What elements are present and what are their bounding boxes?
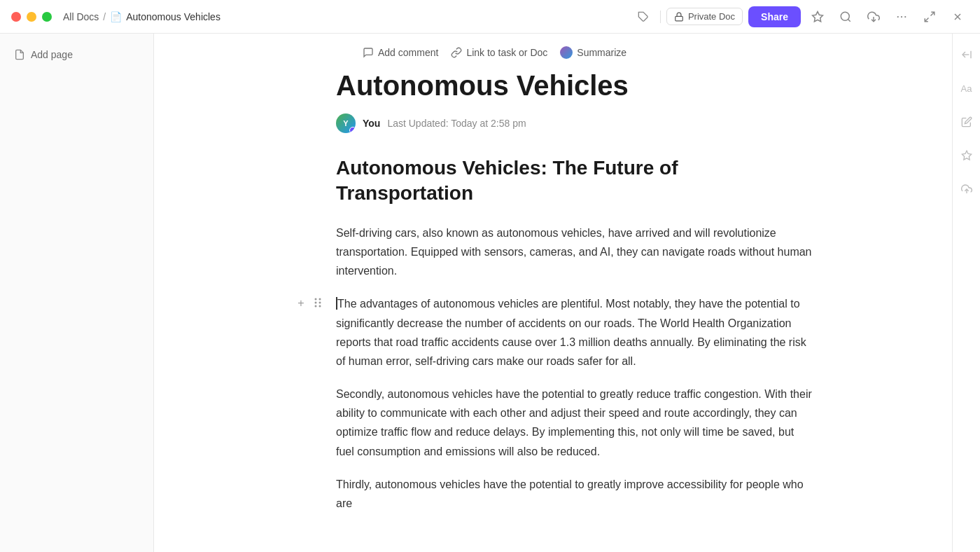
svg-point-17 (315, 305, 317, 308)
svg-line-10 (925, 18, 928, 21)
svg-point-13 (315, 298, 317, 301)
svg-point-3 (841, 12, 849, 20)
summarize-label: Summarize (577, 47, 626, 58)
svg-marker-2 (813, 11, 823, 21)
close-traffic-light[interactable] (11, 12, 21, 22)
download-button[interactable] (862, 6, 885, 28)
svg-point-6 (897, 15, 899, 17)
traffic-lights (11, 12, 52, 22)
doc-paragraph-4: Thirdly, autonomous vehicles have the po… (336, 475, 812, 513)
add-page-button[interactable]: Add page (8, 45, 145, 64)
tag-button[interactable] (632, 6, 654, 28)
svg-marker-21 (962, 151, 971, 160)
doc-content: Autonomous Vehicles Y You Last Updated: … (280, 69, 826, 552)
add-comment-button[interactable]: Add comment (363, 47, 438, 58)
breadcrumb-separator: / (103, 11, 106, 22)
title-bar-actions: Private Doc Share (632, 6, 969, 28)
svg-point-16 (319, 302, 321, 304)
more-button[interactable] (890, 6, 913, 28)
add-page-label: Add page (31, 49, 73, 60)
doc-section-title: Autonomous Vehicles: The Future of Trans… (336, 156, 812, 207)
doc-meta: Y You Last Updated: Today at 2:58 pm (336, 113, 812, 133)
breadcrumb: All Docs / 📄 Autonomous Vehicles (63, 11, 220, 22)
sparkle-icon[interactable] (957, 146, 976, 165)
add-comment-label: Add comment (378, 47, 438, 58)
doc-toolbar: Add comment Link to task or Doc Summariz… (363, 34, 952, 69)
text-size-icon[interactable]: Aa (957, 78, 976, 98)
svg-point-15 (315, 302, 317, 304)
svg-line-9 (931, 12, 934, 15)
search-button[interactable] (834, 6, 857, 28)
star-button[interactable] (806, 6, 829, 28)
doc-title: Autonomous Vehicles (336, 69, 812, 102)
doc-icon: 📄 (110, 11, 122, 22)
close-button[interactable] (946, 6, 969, 28)
maximize-traffic-light[interactable] (42, 12, 52, 22)
link-label: Link to task or Doc (466, 47, 547, 58)
minimize-traffic-light[interactable] (27, 12, 36, 22)
expand-button[interactable] (918, 6, 941, 28)
svg-point-14 (319, 298, 321, 301)
summarize-icon (560, 46, 573, 59)
private-doc-badge[interactable]: Private Doc (666, 8, 743, 25)
doc-paragraph-2: The advantages of autonomous vehicles ar… (336, 294, 812, 371)
doc-paragraph-1: Self-driving cars, also known as autonom… (336, 223, 812, 281)
upload-icon[interactable] (957, 179, 976, 199)
breadcrumb-current-doc: Autonomous Vehicles (126, 11, 220, 22)
private-doc-label: Private Doc (688, 11, 735, 22)
svg-point-8 (904, 15, 906, 17)
block-add-button[interactable]: + (294, 296, 308, 310)
content-area: Add comment Link to task or Doc Summariz… (154, 34, 952, 552)
title-bar: All Docs / 📄 Autonomous Vehicles Private… (0, 0, 980, 34)
link-button[interactable]: Link to task or Doc (451, 47, 547, 58)
doc-paragraph-3: Secondly, autonomous vehicles have the p… (336, 385, 812, 461)
collapse-panel-icon[interactable] (957, 45, 976, 64)
divider-1 (660, 11, 661, 23)
summarize-button[interactable]: Summarize (560, 46, 626, 59)
right-panel: Aa (952, 34, 980, 552)
edit-icon[interactable] (957, 112, 976, 132)
main-layout: Add page Add comment Link to task or Doc… (0, 34, 980, 552)
text-size-label: Aa (961, 83, 972, 94)
svg-point-18 (319, 305, 321, 308)
block-controls: + (294, 296, 325, 310)
svg-line-4 (848, 19, 850, 21)
avatar: Y (336, 113, 356, 133)
share-button[interactable]: Share (748, 6, 801, 27)
doc-author: You (363, 118, 380, 129)
avatar-badge (349, 127, 356, 133)
block-drag-handle[interactable] (311, 296, 325, 310)
svg-point-7 (901, 15, 902, 17)
svg-rect-1 (676, 16, 683, 20)
breadcrumb-all-docs[interactable]: All Docs (63, 11, 99, 22)
doc-last-updated: Last Updated: Today at 2:58 pm (387, 118, 526, 129)
sidebar: Add page (0, 34, 154, 552)
doc-paragraph-2-wrapper: + The advantages of autonomous vehicles … (336, 294, 812, 371)
